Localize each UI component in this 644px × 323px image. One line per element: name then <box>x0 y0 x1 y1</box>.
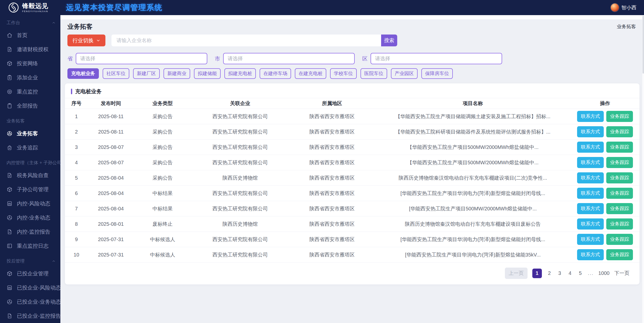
sidebar-group-text: 工作台 <box>7 20 20 26</box>
contact-button[interactable]: 联系方式 <box>577 157 604 168</box>
column-header: 发布时间 <box>88 98 134 109</box>
breadcrumb: 业务拓客 <box>617 23 636 30</box>
track-button[interactable]: 业务跟踪 <box>606 188 633 199</box>
contact-button[interactable]: 联系方式 <box>577 172 604 183</box>
sidebar-item[interactable]: 内控-业务动态 <box>0 211 60 225</box>
sidebar-item-label: 投资网络 <box>17 60 38 67</box>
contact-button[interactable]: 联系方式 <box>577 234 604 245</box>
sidebar-item[interactable]: 已投企业-监控报告 <box>0 309 60 323</box>
contact-button[interactable]: 联系方式 <box>577 188 604 199</box>
sidebar-item-label: 首页 <box>17 32 27 39</box>
category-tab[interactable]: 保障房车位 <box>421 68 453 79</box>
region-select[interactable]: 请选择 <box>223 53 355 64</box>
contact-button[interactable]: 联系方式 <box>577 111 604 122</box>
category-tab[interactable]: 社区车位 <box>103 68 129 79</box>
sidebar-item[interactable]: 已投企业-业务动态 <box>0 295 60 309</box>
column-header: 序号 <box>65 98 88 109</box>
search-button[interactable]: 搜索 <box>381 35 397 46</box>
contact-button[interactable]: 联系方式 <box>577 126 604 137</box>
contact-button[interactable]: 联系方式 <box>577 142 604 153</box>
sidebar-item[interactable]: 已投企业管理 <box>0 267 60 281</box>
chevron-up-icon <box>52 259 56 263</box>
category-tab[interactable]: 拟建储能 <box>194 68 221 79</box>
sidebar-item[interactable]: 全部报告 <box>0 99 60 113</box>
track-button[interactable]: 业务跟踪 <box>606 203 633 214</box>
table-row: 82025-08-01废标终止陕西历史博物馆陕西省西安市雁塔区陕西历史博物馆秦汉… <box>65 216 639 232</box>
sidebar-item[interactable]: 重点监控 <box>0 85 60 99</box>
category-tab[interactable]: 在建停车场 <box>260 68 291 79</box>
category-tab[interactable]: 在建充电桩 <box>295 68 326 79</box>
sidebar-group-label[interactable]: 业务拓客 <box>0 115 60 126</box>
sidebar-item[interactable]: 首页 <box>0 28 60 42</box>
scrollbar[interactable] <box>642 15 644 323</box>
category-tab[interactable]: 学校车位 <box>330 68 357 79</box>
cell-actions: 联系方式业务跟踪 <box>571 232 639 247</box>
sidebar-item[interactable]: 业务追踪 <box>0 141 60 155</box>
track-button[interactable]: 业务跟踪 <box>606 234 633 245</box>
track-button[interactable]: 业务跟踪 <box>606 249 633 260</box>
scrollbar-thumb[interactable] <box>642 16 644 74</box>
page-number-button[interactable]: 3 <box>557 270 562 276</box>
region-select[interactable]: 请选择 <box>76 53 207 64</box>
cell-type: 采购公告 <box>134 109 191 124</box>
category-tab[interactable]: 拟建充电桩 <box>224 68 256 79</box>
prev-page-button[interactable]: 上一页 <box>505 268 528 279</box>
search-row: 行业切换 搜索 <box>67 35 637 46</box>
cell-company: 陕西历史博物馆 <box>191 216 289 232</box>
contact-button[interactable]: 联系方式 <box>577 249 604 260</box>
sidebar-item[interactable]: 邀请财税授权 <box>0 42 60 56</box>
track-button[interactable]: 业务跟踪 <box>606 111 633 122</box>
region-select[interactable]: 请选择 <box>371 53 502 64</box>
cell-actions: 联系方式业务跟踪 <box>571 109 639 124</box>
sidebar-group-label[interactable]: 投后管理 <box>0 255 60 267</box>
cell-company: 西安热工研究院有限公司 <box>191 232 289 247</box>
company-search-input[interactable] <box>111 35 381 46</box>
sidebar-item-label: 业务拓客 <box>17 130 38 137</box>
cell-date: 2025-08-01 <box>88 216 134 232</box>
next-page-button[interactable]: 下一页 <box>614 270 629 277</box>
category-tab[interactable]: 产业园区 <box>391 68 418 79</box>
sidebar-group-label[interactable]: 工作台 <box>0 17 60 28</box>
cell-region: 陕西省西安市雁塔区 <box>289 155 375 170</box>
sidebar-group-label[interactable]: 内控管理（主体 + 子孙公司） <box>0 157 60 168</box>
page-number-button[interactable]: 5 <box>578 270 583 276</box>
track-button[interactable]: 业务跟踪 <box>606 157 633 168</box>
category-tab[interactable]: 新建厂区 <box>133 68 160 79</box>
cell-region: 陕西省西安市雁塔区 <box>289 170 375 186</box>
page-number-button[interactable]: 1000 <box>598 270 610 276</box>
sidebar-item[interactable]: 内控-风险动态 <box>0 197 60 211</box>
sidebar-item[interactable]: 税务风险自查 <box>0 168 60 182</box>
sidebar-item[interactable]: 添加企业 <box>0 71 60 85</box>
contact-button[interactable]: 联系方式 <box>577 218 604 230</box>
user-menu[interactable]: 智小西 <box>611 4 636 12</box>
sidebar-item[interactable]: 重点监控日志 <box>0 239 60 253</box>
category-tab[interactable]: 新建商业 <box>164 68 190 79</box>
brand-name: 锋毅远见 <box>22 3 48 9</box>
sidebar-item[interactable]: 子孙公司管理 <box>0 182 60 197</box>
industry-switch-button[interactable]: 行业切换 <box>67 35 105 46</box>
cell-company: 西安热工研究院有限公司 <box>191 109 289 124</box>
avatar[interactable] <box>611 4 619 12</box>
track-button[interactable]: 业务跟踪 <box>606 172 633 183</box>
table-row: 12025-08-11采购公告西安热工研究院有限公司陕西省西安市雁塔区【华能西安… <box>65 109 639 124</box>
section-title: 充电桩业务 <box>75 88 102 95</box>
cell-project: 陕西历史博物馆秦汉馆电动自行车充电车棚建设项目(二次)竞争性... <box>375 170 571 186</box>
sidebar-item[interactable]: 内控-监控报告 <box>0 225 60 239</box>
category-tab[interactable]: 医院车位 <box>360 68 387 79</box>
contact-button[interactable]: 联系方式 <box>577 203 604 214</box>
sidebar-item[interactable]: 业务拓客 <box>0 126 60 141</box>
cell-no: 9 <box>65 232 88 247</box>
page-number-button[interactable]: 2 <box>547 270 552 276</box>
page-number-button[interactable]: 1 <box>532 269 542 278</box>
page-number-button[interactable]: 4 <box>567 270 573 276</box>
cell-type: 采购公告 <box>134 124 191 140</box>
cell-no: 5 <box>65 170 88 186</box>
category-tab[interactable]: 充电桩业务 <box>67 68 99 79</box>
sidebar-item[interactable]: 投资网络 <box>0 56 60 71</box>
track-button[interactable]: 业务跟踪 <box>606 218 633 230</box>
table-row: 32025-08-07采购公告西安热工研究院有限公司陕西省西安市雁塔区【华能西安… <box>65 140 639 155</box>
track-button[interactable]: 业务跟踪 <box>606 142 633 153</box>
sidebar-item[interactable]: 已投企业-风险动态 <box>0 281 60 295</box>
track-button[interactable]: 业务跟踪 <box>606 126 633 137</box>
chart-image-icon <box>7 285 13 291</box>
